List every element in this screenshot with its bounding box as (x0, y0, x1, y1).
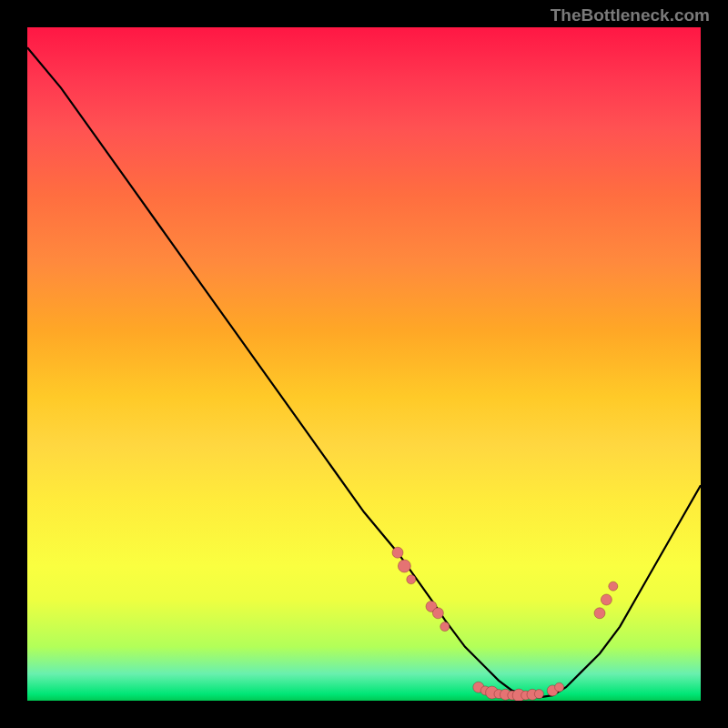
scatter-dot (392, 547, 403, 558)
watermark-text: TheBottleneck.com (551, 5, 710, 25)
scatter-dot (609, 581, 618, 591)
chart-svg-layer (27, 27, 701, 701)
scatter-dot (398, 560, 410, 572)
bottleneck-curve (27, 47, 701, 697)
scatter-dot (534, 690, 543, 699)
scatter-dot (594, 608, 605, 619)
scatter-dots-group (392, 547, 618, 701)
scatter-dot (440, 622, 450, 632)
scatter-dot (601, 594, 612, 605)
scatter-dot (555, 682, 564, 692)
scatter-dot (432, 608, 443, 619)
scatter-dot (407, 575, 416, 584)
